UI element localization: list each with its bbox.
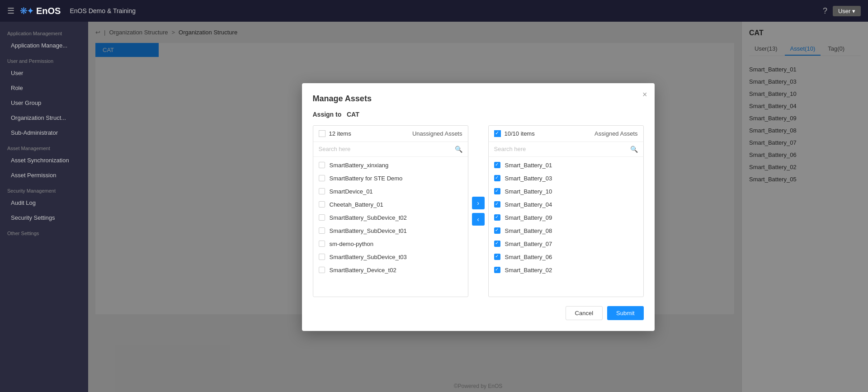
item-checkbox[interactable] bbox=[319, 254, 325, 260]
search-icon: 🔍 bbox=[455, 146, 462, 153]
item-label: Smart_Battery_04 bbox=[505, 201, 552, 208]
item-checkbox[interactable] bbox=[319, 175, 325, 181]
hamburger-icon[interactable]: ☰ bbox=[7, 6, 14, 16]
item-label: Smart_Battery_07 bbox=[505, 241, 552, 247]
item-checkbox[interactable] bbox=[494, 254, 500, 260]
assigned-item[interactable]: Smart_Battery_03 bbox=[489, 172, 643, 185]
item-checkbox[interactable] bbox=[319, 201, 325, 208]
sidebar-item-org-struct[interactable]: Organization Struct... bbox=[0, 110, 88, 125]
topbar: ☰ ❋✦ EnOS EnOS Demo & Training ? User ▾ bbox=[0, 0, 868, 22]
assigned-items: Smart_Battery_01 Smart_Battery_03 Smart_… bbox=[489, 157, 643, 297]
unassigned-item[interactable]: Cheetah_Battery_01 bbox=[313, 198, 468, 211]
search-icon: 🔍 bbox=[630, 146, 638, 153]
help-icon[interactable]: ? bbox=[823, 6, 827, 16]
item-label: Smart_Battery_03 bbox=[505, 175, 552, 182]
item-checkbox[interactable] bbox=[494, 241, 500, 247]
unassigned-item[interactable]: SmartBattery for STE Demo bbox=[313, 172, 468, 185]
unassigned-item[interactable]: SmartBattery_SubDevice_t02 bbox=[313, 211, 468, 224]
assigned-item[interactable]: Smart_Battery_01 bbox=[489, 159, 643, 172]
assigned-item[interactable]: Smart_Battery_09 bbox=[489, 211, 643, 224]
user-button[interactable]: User ▾ bbox=[833, 6, 861, 16]
assigned-item[interactable]: Smart_Battery_06 bbox=[489, 250, 643, 264]
item-label: SmartBattery_SubDevice_t02 bbox=[330, 214, 407, 221]
assign-target: CAT bbox=[347, 111, 359, 118]
sidebar: Application Management Application Manag… bbox=[0, 22, 88, 392]
sidebar-category-asset: Asset Management bbox=[0, 140, 88, 153]
item-label: SmartBattery_xinxiang bbox=[330, 162, 389, 169]
item-checkbox[interactable] bbox=[319, 227, 325, 234]
item-checkbox[interactable] bbox=[494, 175, 500, 181]
sidebar-item-role[interactable]: Role bbox=[0, 80, 88, 95]
logo-text: EnOS bbox=[36, 6, 61, 16]
select-all-unassigned-checkbox[interactable] bbox=[319, 130, 326, 137]
item-checkbox[interactable] bbox=[319, 241, 325, 247]
assigned-item[interactable]: Smart_Battery_02 bbox=[489, 264, 643, 277]
item-checkbox[interactable] bbox=[319, 188, 325, 194]
item-label: Smart_Battery_10 bbox=[505, 188, 552, 195]
item-label: SmartDevice_01 bbox=[330, 188, 373, 195]
sidebar-item-audit-log[interactable]: Audit Log bbox=[0, 195, 88, 210]
item-checkbox[interactable] bbox=[319, 162, 325, 168]
sidebar-item-app-manage[interactable]: Application Manage... bbox=[0, 38, 88, 53]
item-label: Smart_Battery_02 bbox=[505, 267, 552, 274]
unassigned-search-input[interactable] bbox=[319, 146, 452, 152]
assigned-count: 10/10 items bbox=[505, 130, 535, 137]
transfer-container: 12 items Unassigned Assets 🔍 SmartBatter… bbox=[313, 125, 644, 297]
item-label: Smart_Battery_09 bbox=[505, 214, 552, 221]
unassigned-item[interactable]: SmartBattery_SubDevice_t01 bbox=[313, 224, 468, 237]
modal-title: Manage Assets bbox=[313, 94, 644, 104]
unassigned-item[interactable]: sm-demo-python bbox=[313, 237, 468, 250]
assigned-item[interactable]: Smart_Battery_08 bbox=[489, 224, 643, 237]
item-checkbox[interactable] bbox=[494, 214, 500, 221]
unassigned-item[interactable]: SmartBattery_xinxiang bbox=[313, 159, 468, 172]
assigned-search-input[interactable] bbox=[494, 146, 627, 152]
unassigned-item[interactable]: SmartBattery_SubDevice_t03 bbox=[313, 250, 468, 264]
app-name: EnOS Demo & Training bbox=[70, 7, 136, 14]
assigned-item[interactable]: Smart_Battery_07 bbox=[489, 237, 643, 250]
unassigned-items: SmartBattery_xinxiang SmartBattery for S… bbox=[313, 157, 468, 297]
unassigned-label: Unassigned Assets bbox=[412, 130, 462, 137]
item-checkbox[interactable] bbox=[494, 227, 500, 234]
assign-to-text: Assign to bbox=[313, 111, 342, 118]
unassigned-list: 12 items Unassigned Assets 🔍 SmartBatter… bbox=[313, 125, 468, 297]
content-area: ↩ | Organization Structure > Organizatio… bbox=[88, 22, 868, 392]
sidebar-item-security-settings[interactable]: Security Settings bbox=[0, 210, 88, 225]
item-checkbox[interactable] bbox=[319, 267, 325, 273]
submit-button[interactable]: Submit bbox=[607, 306, 643, 320]
item-label: Cheetah_Battery_01 bbox=[330, 201, 383, 208]
assigned-item[interactable]: Smart_Battery_10 bbox=[489, 185, 643, 198]
item-checkbox[interactable] bbox=[319, 214, 325, 221]
modal-close-button[interactable]: × bbox=[642, 90, 647, 99]
item-label: sm-demo-python bbox=[330, 241, 374, 247]
move-left-button[interactable]: ‹ bbox=[472, 213, 485, 226]
sidebar-item-sub-admin[interactable]: Sub-Administrator bbox=[0, 125, 88, 140]
item-label: Smart_Battery_06 bbox=[505, 254, 552, 260]
unassigned-item[interactable]: SmartDevice_01 bbox=[313, 185, 468, 198]
modal-assign-label: Assign to CAT bbox=[313, 111, 644, 118]
item-checkbox[interactable] bbox=[494, 188, 500, 194]
item-label: Smart_Battery_08 bbox=[505, 227, 552, 234]
sidebar-item-user-group[interactable]: User Group bbox=[0, 95, 88, 110]
item-label: SmartBattery_Device_t02 bbox=[330, 267, 396, 274]
cancel-button[interactable]: Cancel bbox=[566, 306, 603, 320]
item-checkbox[interactable] bbox=[494, 201, 500, 208]
item-label: Smart_Battery_01 bbox=[505, 162, 552, 169]
assigned-item[interactable]: Smart_Battery_04 bbox=[489, 198, 643, 211]
transfer-arrows: › ‹ bbox=[468, 125, 488, 297]
assigned-label: Assigned Assets bbox=[594, 130, 637, 137]
select-all-assigned-checkbox[interactable] bbox=[494, 130, 501, 137]
unassigned-count: 12 items bbox=[329, 130, 351, 137]
move-right-button[interactable]: › bbox=[472, 197, 485, 209]
assigned-list: 10/10 items Assigned Assets 🔍 Smart_Batt… bbox=[488, 125, 644, 297]
item-label: SmartBattery_SubDevice_t03 bbox=[330, 254, 407, 260]
item-checkbox[interactable] bbox=[494, 162, 500, 168]
sidebar-category-other: Other Settings bbox=[0, 225, 88, 238]
unassigned-item[interactable]: SmartBattery_Device_t02 bbox=[313, 264, 468, 277]
item-checkbox[interactable] bbox=[494, 267, 500, 273]
sidebar-category-security: Security Management bbox=[0, 183, 88, 195]
sidebar-item-user[interactable]: User bbox=[0, 66, 88, 80]
sidebar-item-asset-perm[interactable]: Asset Permission bbox=[0, 168, 88, 183]
assigned-header: 10/10 items Assigned Assets bbox=[489, 126, 643, 142]
sidebar-item-asset-sync[interactable]: Asset Synchronization bbox=[0, 153, 88, 168]
topbar-right: ? User ▾ bbox=[823, 6, 861, 16]
